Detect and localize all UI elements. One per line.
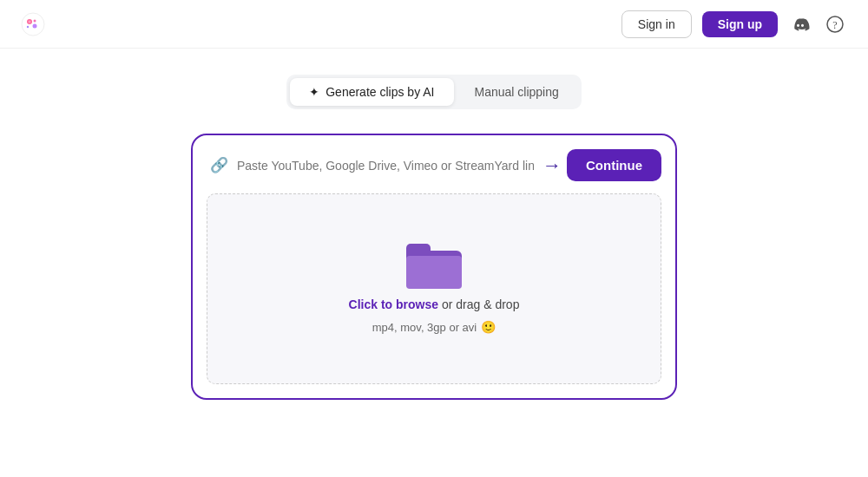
- browse-link[interactable]: Click to browse: [349, 297, 438, 311]
- svg-point-4: [34, 19, 36, 22]
- logo-icon: [21, 12, 45, 36]
- url-row: 🔗 → Continue: [207, 149, 661, 181]
- ai-tab-icon: ✦: [309, 85, 319, 99]
- file-drop-zone[interactable]: Click to browse or drag & drop mp4, mov,…: [207, 193, 661, 384]
- sign-in-button[interactable]: Sign in: [621, 10, 692, 38]
- sign-up-button[interactable]: Sign up: [702, 11, 778, 37]
- svg-point-5: [27, 25, 29, 27]
- drop-subtext: mp4, mov, 3gp or avi 🙂: [372, 320, 496, 334]
- tab-manual-clipping[interactable]: Manual clipping: [456, 78, 578, 106]
- svg-point-0: [22, 13, 44, 36]
- tab-ai-clips[interactable]: ✦ Generate clips by AI: [290, 78, 453, 106]
- formats-label: mp4, mov, 3gp or avi: [372, 321, 477, 334]
- logo: [21, 12, 45, 36]
- folder-front: [406, 256, 462, 289]
- svg-point-2: [29, 20, 31, 23]
- drop-label: or drag & drop: [438, 297, 519, 311]
- continue-button[interactable]: Continue: [567, 149, 661, 181]
- arrow-continue-group: → Continue: [542, 149, 661, 181]
- header: Sign in Sign up ?: [0, 0, 868, 49]
- tab-bar: ✦ Generate clips by AI Manual clipping: [286, 75, 582, 109]
- header-right: Sign in Sign up ?: [621, 10, 847, 38]
- help-icon[interactable]: ?: [823, 12, 847, 36]
- tab-ai-label: Generate clips by AI: [326, 85, 434, 99]
- folder-icon: [406, 244, 462, 289]
- smile-icon: 🙂: [481, 320, 496, 334]
- url-input[interactable]: [237, 159, 534, 173]
- svg-point-3: [33, 23, 37, 28]
- link-icon: 🔗: [210, 156, 228, 174]
- tab-manual-label: Manual clipping: [475, 85, 559, 99]
- arrow-icon: →: [542, 154, 562, 177]
- main-content: ✦ Generate clips by AI Manual clipping 🔗…: [0, 49, 868, 400]
- svg-text:?: ?: [832, 18, 837, 30]
- main-card: 🔗 → Continue Click to browse or drag & d…: [191, 134, 677, 400]
- drop-text: Click to browse or drag & drop: [349, 297, 520, 311]
- discord-icon[interactable]: [788, 12, 812, 36]
